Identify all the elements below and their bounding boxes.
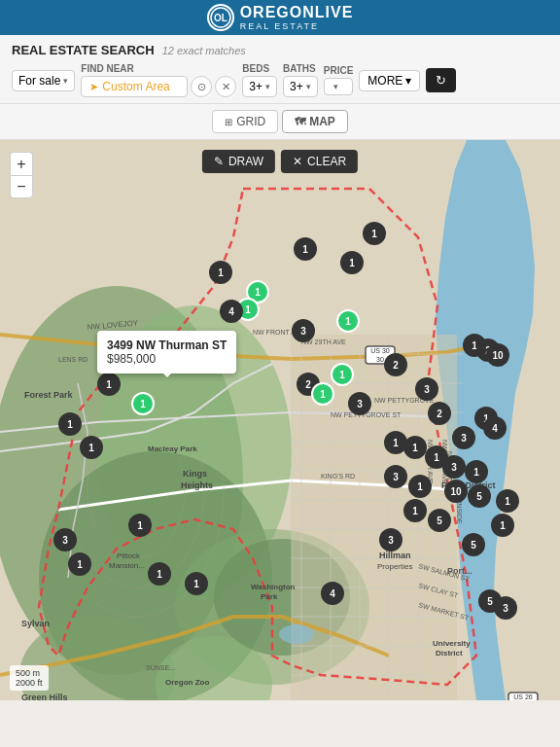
map-marker[interactable]: 3	[442, 455, 466, 479]
svg-text:Kings: Kings	[183, 469, 207, 479]
clear-x-icon: ✕	[293, 155, 302, 168]
more-button[interactable]: MORE ▾	[359, 70, 420, 91]
svg-text:LENS RD: LENS RD	[58, 356, 88, 363]
logo-text: OREGONLIVE REAL ESTATE	[240, 4, 354, 31]
baths-label: BATHS	[283, 63, 318, 74]
svg-text:Forest Park: Forest Park	[24, 390, 74, 400]
price-label: PRICE	[324, 65, 354, 76]
svg-text:Green Hills: Green Hills	[21, 693, 68, 700]
map-marker[interactable]: 1	[408, 475, 432, 498]
svg-text:District: District	[436, 649, 463, 658]
svg-text:Properties: Properties	[377, 562, 412, 571]
property-popup[interactable]: 3499 NW Thurman ST $985,000	[97, 331, 236, 374]
map-marker[interactable]: 10	[486, 343, 509, 367]
search-button[interactable]: ↻	[426, 68, 456, 92]
map-marker[interactable]: 1	[465, 460, 488, 483]
for-sale-chevron: ▾	[63, 76, 68, 86]
view-toggle: ⊞ GRID 🗺 MAP	[0, 104, 560, 140]
map-marker[interactable]: 5	[462, 533, 485, 556]
logo-sub-text: REAL ESTATE	[240, 21, 319, 31]
for-sale-select[interactable]: For sale ▾	[12, 70, 75, 91]
map-marker[interactable]: 3	[53, 528, 77, 551]
svg-text:SUNSE...: SUNSE...	[146, 664, 175, 671]
baths-group: BATHS 3+ ▾	[283, 63, 318, 97]
map-marker[interactable]: 1	[496, 489, 519, 513]
map-marker[interactable]: 1	[68, 552, 91, 576]
map-marker[interactable]: 5	[428, 509, 451, 532]
svg-text:KING'S RD: KING'S RD	[321, 473, 355, 480]
map-marker[interactable]: 10	[444, 480, 468, 503]
clear-button[interactable]: ✕ CLEAR	[281, 150, 358, 173]
beds-value: 3+	[249, 80, 262, 93]
price-select[interactable]: ▾	[324, 78, 354, 95]
map-marker[interactable]: 3	[494, 596, 517, 620]
map-marker[interactable]: 3	[348, 392, 371, 415]
map-marker[interactable]: 1	[340, 251, 364, 274]
map-marker[interactable]: 1	[363, 222, 386, 245]
more-label: MORE	[368, 74, 402, 88]
popup-price: $985,000	[107, 352, 227, 366]
map-marker[interactable]: 4	[321, 582, 344, 605]
price-chevron: ▾	[333, 82, 338, 91]
map-marker[interactable]: 1	[80, 436, 103, 459]
clear-label: CLEAR	[307, 155, 346, 168]
location-text: Custom Area	[102, 80, 169, 93]
map-marker[interactable]: 1	[97, 373, 121, 396]
location-input[interactable]: ➤ Custom Area	[81, 76, 188, 97]
map-marker[interactable]: 3	[379, 528, 402, 551]
logo-main-text: OREGONLIVE	[240, 4, 354, 21]
map-marker[interactable]: 1	[185, 572, 208, 595]
zoom-out-btn[interactable]: −	[10, 175, 33, 198]
svg-text:Port...: Port...	[447, 566, 472, 576]
map-marker[interactable]: 1	[148, 562, 171, 586]
map-marker[interactable]: 3	[384, 465, 407, 488]
beds-chevron: ▾	[265, 82, 270, 91]
match-count: 12 exact matches	[162, 45, 246, 56]
baths-chevron: ▾	[306, 82, 311, 91]
map-marker[interactable]: 3	[452, 426, 475, 449]
svg-text:Macleay Park: Macleay Park	[148, 445, 197, 453]
for-sale-label: For sale	[18, 74, 60, 88]
map-marker[interactable]: 1	[491, 514, 514, 537]
map-marker[interactable]: 3	[415, 377, 438, 401]
draw-button[interactable]: ✎ DRAW	[202, 150, 275, 173]
beds-select[interactable]: 3+ ▾	[242, 76, 277, 97]
map-marker[interactable]: 3	[292, 319, 315, 342]
map-marker[interactable]: 1	[311, 382, 334, 406]
location-clear-btn[interactable]: ✕	[215, 76, 236, 97]
map-marker[interactable]: 4	[220, 300, 243, 323]
map-label: MAP	[309, 115, 335, 128]
map-marker[interactable]: 2	[428, 402, 451, 425]
map-marker[interactable]: 1	[403, 499, 427, 522]
svg-text:Hillman: Hillman	[379, 551, 411, 560]
zoom-controls: + −	[10, 152, 33, 198]
location-target-btn[interactable]: ⊙	[191, 76, 212, 97]
map-marker[interactable]: 4	[483, 416, 507, 440]
map-marker[interactable]: 1	[128, 514, 152, 537]
svg-text:Mansion...: Mansion...	[109, 561, 145, 570]
find-near-group: FIND NEAR ➤ Custom Area ⊙ ✕	[81, 63, 236, 97]
grid-view-btn[interactable]: ⊞ GRID	[212, 110, 278, 133]
map-marker[interactable]: 1	[58, 412, 82, 436]
map-marker[interactable]: 5	[468, 484, 491, 508]
logo-icon: OL	[207, 4, 234, 31]
map-marker[interactable]: 1	[403, 436, 427, 459]
map-container[interactable]: NW LOVEJOY LENS RD NW NICOLAI NW 29TH AV…	[0, 140, 560, 700]
map-marker[interactable]: 1	[209, 261, 232, 284]
beds-label: BEDS	[242, 63, 277, 74]
draw-icon: ✎	[214, 155, 224, 168]
map-marker[interactable]: 1	[294, 237, 317, 261]
map-marker[interactable]: 1	[336, 309, 360, 333]
map-marker[interactable]: 1	[131, 392, 155, 415]
svg-text:Park: Park	[261, 592, 278, 601]
search-top-row: REAL ESTATE SEARCH 12 exact matches	[12, 43, 548, 57]
map-view-btn[interactable]: 🗺 MAP	[282, 110, 348, 133]
scale-line1: 500 m	[16, 668, 43, 678]
search-title: REAL ESTATE SEARCH	[12, 43, 155, 57]
zoom-in-btn[interactable]: +	[10, 152, 33, 175]
svg-point-73	[279, 624, 314, 644]
baths-select[interactable]: 3+ ▾	[283, 76, 318, 97]
scale-bar: 500 m 2000 ft	[10, 665, 49, 691]
map-controls: ✎ DRAW ✕ CLEAR	[202, 150, 358, 173]
map-marker[interactable]: 2	[384, 353, 407, 376]
